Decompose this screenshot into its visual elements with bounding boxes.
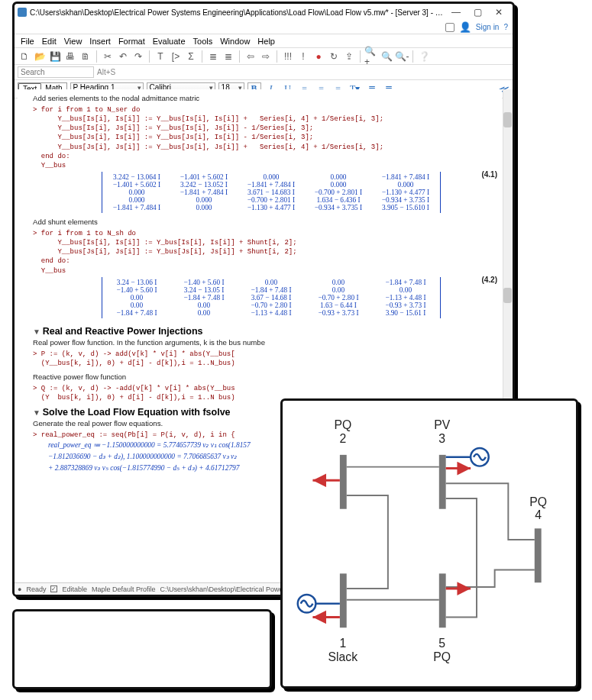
forward-icon[interactable]: ⇨ — [259, 50, 273, 63]
insert-prompt-icon[interactable]: [> — [169, 50, 183, 63]
zoom-fit-icon[interactable]: 🔍- — [395, 50, 409, 63]
refresh-icon[interactable]: ↻ — [327, 50, 341, 63]
notification-icon[interactable] — [445, 23, 455, 32]
indent-right-icon[interactable]: ≣ — [222, 50, 235, 63]
menu-file[interactable]: File — [18, 36, 37, 47]
separator — [360, 50, 361, 63]
equation-number: (4.1) — [481, 170, 497, 179]
svg-text:3: 3 — [438, 432, 445, 445]
cut-icon[interactable]: ✂ — [101, 50, 115, 63]
svg-text:PQ: PQ — [334, 418, 351, 431]
status-ready: Ready — [26, 585, 46, 593]
matrix-output: 3.24 − 13.06 I−1.40 + 5.60 I0.000.00−1.8… — [102, 277, 441, 318]
exec-all-icon[interactable]: !!! — [281, 50, 295, 63]
text-line: Reactive power flow function — [33, 373, 479, 381]
signin-help-icon[interactable]: ? — [503, 23, 508, 31]
code-block[interactable]: > P := (k, v, d) -> add(v[k] * v[i] * ab… — [33, 350, 479, 368]
zoom-in-icon[interactable]: 🔍+ — [364, 50, 378, 63]
separator — [149, 50, 150, 63]
separator — [277, 50, 277, 63]
preview-icon[interactable]: 🗎 — [79, 50, 92, 63]
print-icon[interactable]: 🖶 — [63, 50, 77, 63]
bottom-card — [12, 609, 272, 689]
menu-evaluate[interactable]: Evaluate — [150, 36, 189, 47]
separator — [202, 50, 202, 63]
separator — [239, 50, 240, 63]
svg-rect-0 — [340, 455, 347, 509]
menu-edit[interactable]: Edit — [39, 36, 60, 47]
svg-rect-4 — [439, 573, 446, 627]
search-hint: Alt+S — [97, 68, 115, 76]
signin-link[interactable]: Sign in — [476, 23, 500, 31]
status-dot: ● — [18, 585, 21, 593]
svg-rect-1 — [439, 455, 446, 509]
status-profile: Maple Default Profile — [92, 585, 156, 593]
insert-sigma-icon[interactable]: Σ — [184, 50, 198, 63]
svg-rect-3 — [340, 573, 347, 627]
text-line: Add series elements to the nodal admitta… — [33, 94, 479, 102]
svg-text:5: 5 — [438, 637, 445, 650]
exec-icon[interactable]: ! — [296, 50, 310, 63]
menubar: File Edit View Insert Format Evaluate To… — [15, 34, 513, 48]
back-icon[interactable]: ⇦ — [244, 50, 257, 63]
menu-insert[interactable]: Insert — [86, 36, 114, 47]
indent-left-icon[interactable]: ≣ — [206, 50, 220, 63]
editable-checkbox[interactable]: ✓ — [50, 585, 57, 592]
svg-text:PQ: PQ — [433, 650, 451, 663]
equation-number: (4.2) — [481, 276, 497, 284]
search-row: Alt+S — [15, 65, 513, 80]
new-doc-icon[interactable]: 🗋 — [18, 50, 31, 63]
main-toolbar: 🗋 📂 💾 🖶 🗎 ✂ ↶ ↷ T [> Σ ≣ ≣ ⇦ ⇨ !!! ! ● ↻… — [15, 48, 513, 65]
svg-text:1: 1 — [339, 637, 346, 650]
svg-text:Slack: Slack — [328, 650, 358, 663]
user-icon: 👤 — [459, 21, 471, 33]
status-editable: Editable — [62, 585, 87, 593]
svg-rect-2 — [535, 528, 542, 582]
insert-text-icon[interactable]: T — [154, 50, 167, 63]
stop-icon[interactable]: ● — [312, 50, 325, 63]
undo-icon[interactable]: ↶ — [116, 50, 130, 63]
scrollbar-thumb[interactable] — [503, 112, 512, 127]
redo-icon[interactable]: ↷ — [131, 50, 145, 63]
svg-text:2: 2 — [339, 432, 346, 445]
share-icon[interactable]: ⇪ — [342, 50, 356, 63]
menu-tools[interactable]: Tools — [190, 36, 216, 47]
section-heading[interactable]: Real and Reactive Power Injections — [33, 326, 479, 337]
menu-help[interactable]: Help — [254, 36, 278, 47]
open-icon[interactable]: 📂 — [33, 50, 47, 63]
search-input[interactable] — [18, 66, 94, 78]
zoom-out-icon[interactable]: 🔍 — [380, 50, 393, 63]
minimize-button[interactable]: — — [445, 5, 467, 19]
scrollbar-thumb[interactable] — [503, 288, 512, 303]
separator — [412, 50, 413, 63]
code-block[interactable]: > for i from 1 to N_ser do Y__bus[Is[i],… — [33, 105, 479, 170]
maximize-button[interactable]: ▢ — [467, 5, 488, 19]
titlebar: C:\Users\skhan\Desktop\Electrical Power … — [15, 4, 513, 21]
close-button[interactable]: ✕ — [488, 5, 510, 19]
separator — [96, 50, 97, 63]
svg-text:PQ: PQ — [529, 495, 547, 508]
window-title: C:\Users\skhan\Desktop\Electrical Power … — [30, 8, 445, 17]
circuit-diagram: PQ2 PV3 PQ4 1Slack 5PQ — [280, 398, 578, 689]
menu-window[interactable]: Window — [217, 36, 253, 47]
svg-text:4: 4 — [535, 509, 542, 522]
menu-view[interactable]: View — [61, 36, 86, 47]
help-icon[interactable]: ❔ — [417, 50, 431, 63]
svg-text:PV: PV — [434, 418, 450, 431]
code-block[interactable]: > for i from 1 to N_sh do Y__bus[Is[i], … — [33, 229, 479, 276]
signin-row: 👤 Sign in ? — [15, 21, 513, 34]
text-line: Real power flow function. In the functio… — [33, 338, 479, 347]
app-icon — [18, 8, 27, 17]
text-line: Add shunt elements — [33, 218, 479, 226]
save-icon[interactable]: 💾 — [48, 50, 62, 63]
menu-format[interactable]: Format — [115, 36, 148, 47]
matrix-output: 3.242 − 13.064 I−1.401 + 5.602 I0.0000.0… — [102, 172, 441, 213]
